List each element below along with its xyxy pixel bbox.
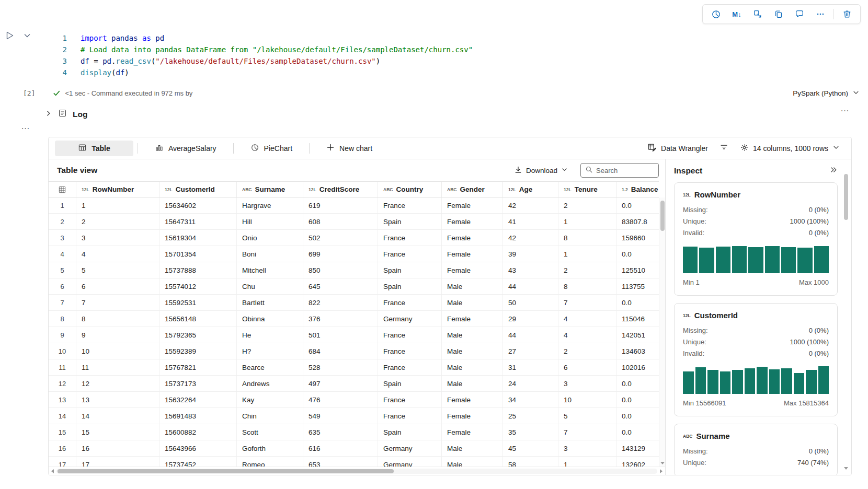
row-number-cell: 8 [49,311,76,327]
horizontal-scrollbar[interactable] [49,467,665,475]
code-line[interactable]: 3df = pd.read_csv("/lakehouse/default/Fi… [48,55,800,67]
inspect-scrollbar[interactable] [843,174,849,471]
columns-rows-selector[interactable]: 14 columns, 1000 rows [740,143,840,154]
stat-value: 0 (0%) [809,204,829,216]
vertical-scrollbar[interactable] [659,197,665,467]
column-header-rownumber[interactable]: 12LRowNumber [76,182,159,197]
horizontal-scrollbar-thumb[interactable] [58,469,394,473]
table-cell: Hill [237,214,303,229]
stat-label: Invalid: [683,348,704,359]
table-body: 1115634602Hargrave619FranceFemale4220.02… [49,197,659,475]
column-header-creditscore[interactable]: 12LCreditScore [303,182,378,197]
row-number-cell: 9 [49,327,76,343]
table-cell: 7 [558,295,616,310]
collapse-panel-icon[interactable] [829,166,838,176]
more-options-icon[interactable] [813,7,828,21]
column-header-country[interactable]: ABCCountry [378,182,442,197]
tab-new-chart[interactable]: New chart [314,141,385,156]
scroll-down-arrow-icon[interactable] [660,462,665,464]
comment-icon[interactable] [792,7,807,21]
table-cell: 619 [303,197,378,213]
table-cell: Female [442,262,503,278]
vertical-scrollbar-thumb[interactable] [660,201,665,231]
code-editor[interactable]: 1import pandas as pd2# Load data into pa… [48,32,800,78]
table-row[interactable]: 3315619304Onio502FranceFemale428159660 [49,230,659,246]
table-row[interactable]: 101015592389H?684FranceMale272134603 [49,343,659,359]
output-card: Table AverageSalary PieChart [48,137,852,475]
cell-collapse-chevron-icon[interactable] [23,31,31,41]
log-chevron-icon [45,110,52,119]
data-wrangler-button[interactable]: Data Wrangler [647,143,708,154]
line-number: 4 [48,67,67,78]
table-cell: He [237,327,303,343]
column-header-age[interactable]: 12LAge [503,182,558,197]
tab-label: AverageSalary [168,144,216,153]
table-row[interactable]: 111115767821Bearce528FranceMale316102016 [49,359,659,376]
inspect-scrollbar-thumb[interactable] [844,174,848,220]
table-row[interactable]: 8815656148Obinna376GermanyFemale29411504… [49,311,659,327]
table-cell: 15643966 [159,440,237,456]
table-row[interactable]: 6615574012Chu645SpainMale448113755 [49,278,659,295]
table-row[interactable]: 131315632264Kay476FranceFemale34100.0 [49,392,659,408]
scroll-right-arrow-icon[interactable] [660,469,663,473]
horizontal-scrollbar-track[interactable] [56,469,657,474]
code-token: display [81,67,111,78]
select-all-header[interactable] [49,182,76,197]
copy-cell-icon[interactable] [771,7,786,21]
table-row[interactable]: 141415691483Chin549FranceFemale2550.0 [49,408,659,424]
table-row[interactable]: 5515737888Mitchell850SpainFemale43212551… [49,262,659,278]
tab-piechart[interactable]: PieChart [238,141,305,156]
table-cell: 684 [303,343,378,359]
cell-more-icon[interactable]: … [21,121,30,132]
column-header-gender[interactable]: ABCGender [442,182,503,197]
log-more-icon[interactable]: … [840,103,850,114]
markdown-icon[interactable]: M↓ [729,7,745,21]
table-row[interactable]: 9915792365He501FranceMale444142051 [49,327,659,343]
code-line[interactable]: 4display(df) [48,67,800,78]
table-cell: 0.0 [616,392,659,408]
table-cell: 83807.8 [616,214,659,229]
download-button[interactable]: Download [514,166,568,176]
delete-cell-icon[interactable] [839,7,855,21]
table-row[interactable]: 2215647311Hill608SpainFemale41183807.8 [49,214,659,230]
table-cell: 44 [503,327,558,343]
search-input[interactable] [596,167,654,174]
column-type-icon: 1.2 [622,187,628,192]
code-token [151,32,155,44]
search-box[interactable] [580,163,659,178]
table-cell: 134603 [616,343,659,359]
column-header-customerid[interactable]: 12LCustomerId [159,182,237,197]
table-cell: 42 [503,230,558,246]
column-header-balance[interactable]: 1.2Balance [616,182,659,197]
scroll-left-arrow-icon[interactable] [51,469,54,473]
table-row[interactable]: 121215737173Andrews497SpainMale2430.0 [49,376,659,392]
table-row[interactable]: 151515600882Scott635SpainFemale3570.0 [49,424,659,440]
column-header-tenure[interactable]: 12LTenure [558,182,616,197]
code-line[interactable]: 2# Load data into pandas DataFrame from … [48,44,800,55]
table-cell: France [378,327,442,343]
table-row[interactable]: 161615643966Goforth616GermanyMale4531431… [49,440,659,457]
tab-averagesalary[interactable]: AverageSalary [142,141,229,156]
table-cell: 15737173 [159,376,237,391]
table-cell: Hargrave [237,197,303,213]
table-row[interactable]: 7715592531Bartlett822FranceMale5070.0 [49,295,659,311]
stat-row: Missing:0 (0%) [683,204,829,216]
table-cell: 11 [76,359,159,375]
kernel-selector[interactable]: PySpark (Python) [793,89,860,98]
filter-icon[interactable] [719,143,728,154]
table-cell: Male [442,376,503,391]
run-cell-icon[interactable] [4,30,15,42]
table-row[interactable]: 4415701354Boni699FranceFemale3910.0 [49,246,659,262]
column-header-surname[interactable]: ABCSurname [237,182,303,197]
move-cell-icon[interactable] [750,7,766,21]
row-number-cell: 4 [49,246,76,262]
table-row[interactable]: 1115634602Hargrave619FranceFemale4220.0 [49,197,659,214]
table-cell: 31 [503,359,558,375]
tab-table[interactable]: Table [55,141,133,156]
chart-output-icon[interactable] [708,7,724,21]
code-line[interactable]: 1import pandas as pd [48,32,800,44]
inspect-card-rownumber: 12LRowNumberMissing:0 (0%)Unique:1000 (1… [674,182,838,296]
scroll-down-arrow-icon[interactable] [844,467,848,470]
histogram [683,245,829,273]
log-section-header[interactable]: Log [45,109,87,120]
